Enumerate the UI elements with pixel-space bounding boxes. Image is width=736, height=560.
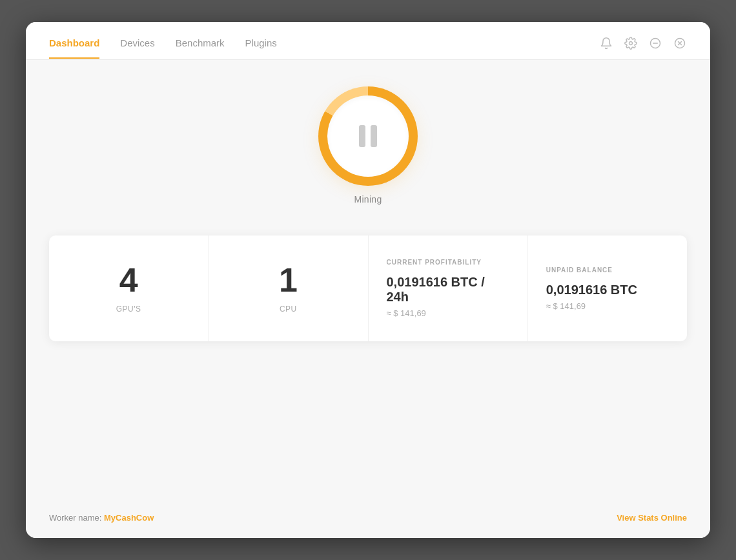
- cpu-count: 1: [279, 263, 298, 297]
- stat-profitability: CURRENT PROFITABILITY 0,0191616 BTC / 24…: [369, 235, 528, 341]
- notification-icon[interactable]: [599, 36, 613, 50]
- unpaid-balance-usd: ≈ $ 141,69: [546, 301, 586, 311]
- pause-icon: [359, 125, 377, 147]
- worker-name: MyCashCow: [104, 513, 154, 523]
- view-stats-link[interactable]: View Stats Online: [617, 513, 687, 523]
- stats-row: 4 GPU'S 1 CPU CURRENT PROFITABILITY 0,01…: [49, 235, 687, 341]
- unpaid-balance-btc: 0,0191616 BTC: [546, 283, 637, 297]
- svg-point-0: [629, 42, 633, 45]
- app-window: Dashboard Devices Benchmark Plugins: [26, 22, 710, 538]
- profitability-btc: 0,0191616 BTC / 24h: [387, 275, 509, 305]
- pause-bar-right: [371, 125, 377, 147]
- mining-toggle-button[interactable]: [323, 91, 413, 181]
- profitability-header: CURRENT PROFITABILITY: [387, 259, 482, 266]
- worker-prefix: Worker name:: [49, 513, 104, 523]
- unpaid-balance-header: UNPAID BALANCE: [546, 266, 613, 274]
- stat-gpu: 4 GPU'S: [49, 235, 209, 341]
- main-content: Mining 4 GPU'S 1 CPU CURRENT PROFITABILI…: [26, 60, 710, 497]
- nav-plugins[interactable]: Plugins: [245, 37, 277, 59]
- mining-status-label: Mining: [354, 194, 382, 205]
- stat-cpu: 1 CPU: [209, 235, 368, 341]
- worker-info: Worker name: MyCashCow: [49, 513, 154, 523]
- settings-icon[interactable]: [624, 36, 638, 50]
- stat-unpaid-balance: UNPAID BALANCE 0,0191616 BTC ≈ $ 141,69: [528, 235, 687, 341]
- mining-button-wrapper: Mining: [323, 91, 413, 205]
- gpu-count: 4: [119, 263, 138, 297]
- main-nav: Dashboard Devices Benchmark Plugins: [49, 37, 277, 59]
- nav-devices[interactable]: Devices: [120, 37, 154, 59]
- footer: Worker name: MyCashCow View Stats Online: [26, 497, 710, 538]
- mining-btn-inner: [327, 95, 409, 177]
- nav-benchmark[interactable]: Benchmark: [176, 37, 225, 59]
- close-icon[interactable]: [673, 36, 687, 50]
- header-controls: [599, 36, 687, 59]
- gpu-label: GPU'S: [116, 305, 141, 314]
- pause-bar-left: [359, 125, 365, 147]
- minimize-icon[interactable]: [648, 36, 662, 50]
- nav-dashboard[interactable]: Dashboard: [49, 37, 99, 59]
- profitability-usd: ≈ $ 141,69: [387, 308, 426, 318]
- header: Dashboard Devices Benchmark Plugins: [26, 22, 710, 59]
- cpu-label: CPU: [280, 305, 297, 314]
